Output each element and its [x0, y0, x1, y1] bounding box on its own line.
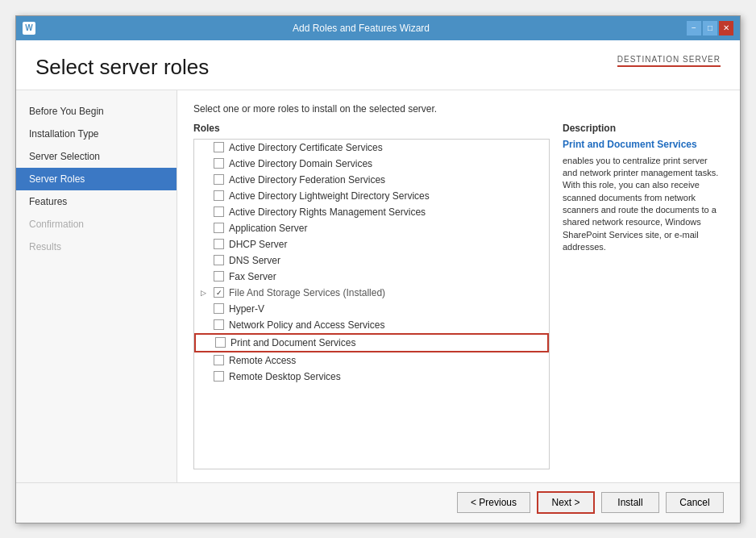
- list-item[interactable]: Active Directory Domain Services: [194, 156, 549, 172]
- role-item-text: Network Policy and Access Services: [229, 319, 542, 331]
- role-item-text: Hyper-V: [229, 303, 542, 315]
- list-item[interactable]: Active Directory Lightweight Directory S…: [194, 188, 549, 204]
- expand-arrow: [201, 273, 209, 281]
- description-text: enables you to centralize print server a…: [563, 155, 724, 254]
- destination-server: DESTINATION SERVER: [617, 55, 721, 67]
- expand-arrow: [201, 208, 209, 216]
- roles-area: Roles Active Directory Certificate Servi…: [193, 123, 724, 469]
- expand-arrow[interactable]: ▷: [201, 289, 209, 297]
- checkbox[interactable]: ✓: [214, 287, 224, 298]
- list-item-file-storage[interactable]: ▷ ✓ File And Storage Services (Installed…: [194, 285, 549, 301]
- checkbox[interactable]: [214, 239, 224, 249]
- checkbox[interactable]: [214, 319, 224, 330]
- role-item-text: DNS Server: [229, 255, 542, 266]
- sidebar-item-confirmation: Confirmation: [16, 213, 177, 236]
- checkbox[interactable]: [214, 223, 224, 233]
- role-item-text: Fax Server: [229, 271, 542, 282]
- list-item[interactable]: DNS Server: [194, 252, 549, 269]
- expand-arrow: [201, 144, 209, 152]
- expand-arrow: [201, 357, 209, 365]
- role-item-text: DHCP Server: [229, 239, 542, 250]
- checkbox[interactable]: [215, 337, 226, 348]
- sidebar-item-installation-type[interactable]: Installation Type: [16, 123, 177, 145]
- cancel-button[interactable]: Cancel: [666, 492, 724, 513]
- list-item[interactable]: Remote Access: [194, 352, 549, 369]
- checkbox[interactable]: [214, 206, 224, 217]
- list-item[interactable]: Network Policy and Access Services: [194, 317, 549, 333]
- checkbox[interactable]: [214, 158, 224, 169]
- sidebar-item-before-you-begin[interactable]: Before You Begin: [16, 100, 177, 123]
- expand-arrow: [201, 373, 209, 381]
- role-item-text: Active Directory Certificate Services: [229, 142, 542, 153]
- role-item-text: Active Directory Lightweight Directory S…: [229, 190, 542, 202]
- role-item-text: Active Directory Rights Management Servi…: [229, 206, 542, 218]
- destination-underline: [617, 65, 721, 67]
- description-panel: Description Print and Document Services …: [563, 123, 724, 469]
- title-bar-controls: − □ ✕: [687, 21, 733, 35]
- list-item[interactable]: Active Directory Federation Services: [194, 172, 549, 188]
- sidebar-item-server-selection[interactable]: Server Selection: [16, 145, 177, 168]
- role-item-text: Remote Desktop Services: [229, 371, 542, 382]
- page-title: Select server roles: [35, 55, 209, 80]
- restore-button[interactable]: □: [703, 21, 717, 35]
- role-item-text: Active Directory Domain Services: [229, 158, 542, 169]
- roles-label: Roles: [193, 123, 550, 134]
- roles-panel: Roles Active Directory Certificate Servi…: [193, 123, 550, 469]
- role-item-text: Active Directory Federation Services: [229, 174, 542, 186]
- checkbox[interactable]: [214, 271, 224, 282]
- checkbox[interactable]: [214, 174, 224, 185]
- list-item[interactable]: Application Server: [194, 220, 549, 236]
- expand-arrow: [201, 224, 209, 232]
- description-title: Print and Document Services: [563, 139, 724, 150]
- sidebar: Before You Begin Installation Type Serve…: [16, 90, 177, 482]
- expand-arrow: [201, 256, 209, 265]
- list-item-print-doc[interactable]: Print and Document Services: [194, 333, 549, 352]
- list-item[interactable]: Fax Server: [194, 269, 549, 285]
- expand-arrow: [201, 160, 209, 168]
- sidebar-item-results: Results: [16, 236, 177, 258]
- window-title: Add Roles and Features Wizard: [35, 23, 687, 34]
- role-item-text: Remote Access: [229, 355, 542, 366]
- expand-arrow: [202, 339, 210, 347]
- expand-arrow: [201, 240, 209, 248]
- checkbox[interactable]: [214, 371, 224, 382]
- footer: < Previous Next > Install Cancel: [16, 482, 740, 523]
- list-item[interactable]: Hyper-V: [194, 301, 549, 317]
- role-item-text: File And Storage Services (Installed): [229, 287, 542, 298]
- list-item[interactable]: Remote Desktop Services: [194, 369, 549, 385]
- list-item[interactable]: Active Directory Certificate Services: [194, 140, 549, 156]
- list-item[interactable]: DHCP Server: [194, 236, 549, 252]
- checkbox[interactable]: [214, 355, 224, 365]
- sidebar-item-server-roles[interactable]: Server Roles: [16, 168, 177, 190]
- content-description: Select one or more roles to install on t…: [193, 103, 724, 115]
- expand-arrow: [201, 176, 209, 184]
- expand-arrow: [201, 321, 209, 329]
- main-window: W Add Roles and Features Wizard − □ ✕ Se…: [15, 15, 741, 523]
- previous-button[interactable]: < Previous: [457, 492, 530, 513]
- checkbox[interactable]: [214, 142, 224, 152]
- checkbox[interactable]: [214, 190, 224, 201]
- roles-list[interactable]: Active Directory Certificate Services Ac…: [193, 139, 550, 469]
- role-item-text: Application Server: [229, 223, 542, 234]
- close-button[interactable]: ✕: [719, 21, 733, 35]
- expand-arrow: [201, 305, 209, 313]
- expand-arrow: [201, 192, 209, 200]
- list-item[interactable]: Active Directory Rights Management Servi…: [194, 204, 549, 220]
- sidebar-item-features[interactable]: Features: [16, 190, 177, 213]
- title-bar: W Add Roles and Features Wizard − □ ✕: [16, 16, 740, 40]
- description-label: Description: [563, 123, 724, 134]
- main-content: Before You Begin Installation Type Serve…: [16, 90, 740, 482]
- role-item-text: Print and Document Services: [231, 337, 541, 348]
- install-button[interactable]: Install: [601, 492, 659, 513]
- destination-label: DESTINATION SERVER: [617, 55, 721, 64]
- next-button[interactable]: Next >: [537, 491, 595, 514]
- minimize-button[interactable]: −: [687, 21, 701, 35]
- content-area: Select one or more roles to install on t…: [177, 90, 740, 482]
- page-header: Select server roles DESTINATION SERVER: [16, 40, 740, 90]
- checkbox[interactable]: [214, 255, 224, 265]
- checkbox[interactable]: [214, 303, 224, 314]
- window-icon: W: [23, 22, 35, 35]
